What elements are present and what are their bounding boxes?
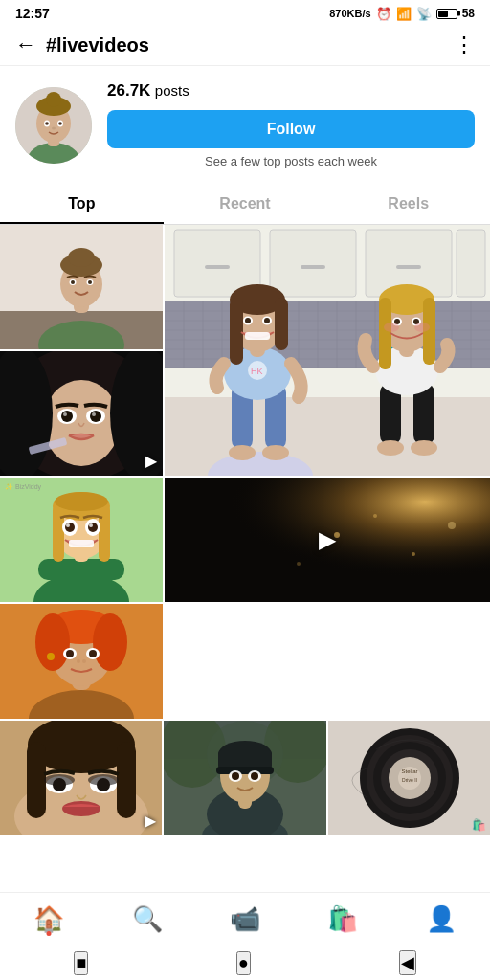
- svg-rect-103: [165, 397, 490, 476]
- svg-point-141: [373, 514, 377, 518]
- status-icons: 870KB/s ⏰ 📶 📡 58: [329, 7, 475, 21]
- posts-count: 26.7K posts: [107, 81, 475, 100]
- photo-grid: ▶: [0, 225, 490, 719]
- shop-icon: 🛍️: [327, 904, 358, 934]
- header: ← #livevideos ⋮: [0, 25, 490, 66]
- svg-text:HK: HK: [251, 367, 263, 376]
- svg-point-18: [68, 248, 95, 267]
- svg-point-62: [66, 650, 74, 657]
- reels-icon: 📹: [230, 904, 260, 934]
- svg-point-172: [232, 772, 239, 780]
- svg-point-108: [262, 445, 289, 460]
- tabs: Top Recent Reels: [0, 184, 490, 225]
- svg-rect-115: [230, 298, 243, 365]
- svg-point-64: [77, 659, 80, 663]
- svg-point-31: [90, 411, 101, 422]
- home-dot: [47, 931, 52, 936]
- grid-cell-3[interactable]: ✨ BizViddy: [0, 478, 163, 602]
- svg-rect-42: [99, 504, 110, 562]
- nav-reels[interactable]: 📹: [230, 904, 260, 934]
- svg-point-21: [71, 280, 75, 284]
- shop-small-icon: 🛍️: [472, 818, 486, 832]
- wifi-icon: 📡: [416, 7, 432, 21]
- svg-point-59: [93, 613, 127, 671]
- grid-cell-two-girls[interactable]: HK: [165, 225, 490, 476]
- svg-point-32: [63, 412, 67, 416]
- svg-text:✨ BizViddy: ✨ BizViddy: [5, 482, 42, 491]
- follow-button[interactable]: Follow: [107, 110, 475, 148]
- back-button[interactable]: ←: [15, 33, 36, 57]
- nav-shop[interactable]: 🛍️: [327, 904, 358, 934]
- bottom-cell-2[interactable]: [164, 721, 325, 835]
- avatar: [15, 87, 92, 164]
- recent-apps-button[interactable]: ■: [74, 951, 88, 975]
- svg-rect-75: [396, 265, 421, 269]
- svg-rect-37: [38, 559, 124, 580]
- bottom-cell-1[interactable]: ▶: [0, 721, 162, 835]
- svg-text:Drive II: Drive II: [402, 777, 417, 783]
- svg-point-137: [414, 323, 430, 332]
- grid-cell-1[interactable]: [0, 225, 163, 349]
- bottom-cell-3[interactable]: Stellar Drive II 🛍️: [328, 721, 490, 835]
- svg-point-157: [62, 801, 100, 816]
- back-gesture-button[interactable]: ◀: [399, 950, 416, 975]
- svg-point-66: [47, 653, 55, 660]
- tab-recent[interactable]: Recent: [164, 184, 327, 224]
- tab-reels[interactable]: Reels: [326, 184, 490, 224]
- battery-icon: [436, 9, 457, 19]
- svg-point-8: [45, 122, 49, 125]
- svg-point-155: [53, 778, 66, 791]
- grid-cell-2[interactable]: ▶: [0, 351, 163, 476]
- svg-rect-116: [275, 298, 288, 350]
- svg-rect-169: [216, 767, 274, 774]
- bottom-row: ▶: [0, 721, 490, 835]
- tab-top[interactable]: Top: [0, 184, 164, 224]
- svg-point-124: [377, 440, 404, 456]
- svg-rect-72: [457, 230, 485, 297]
- video-play-icon: ▶: [145, 452, 157, 470]
- svg-point-142: [412, 552, 415, 556]
- svg-point-25: [43, 380, 120, 466]
- signal-icon: 📶: [396, 7, 412, 21]
- home-icon: 🏠: [33, 904, 64, 934]
- svg-point-5: [46, 92, 61, 107]
- search-icon: 🔍: [132, 904, 163, 934]
- svg-rect-73: [205, 265, 230, 269]
- profile-info: 26.7K posts Follow See a few top posts e…: [107, 81, 475, 168]
- status-time: 12:57: [15, 6, 50, 21]
- nav-home[interactable]: 🏠: [33, 904, 64, 934]
- svg-point-119: [245, 318, 251, 323]
- svg-rect-121: [245, 332, 270, 340]
- svg-point-120: [264, 318, 270, 323]
- grid-cell-dark-scene[interactable]: ▶: [165, 478, 490, 602]
- svg-point-144: [448, 522, 456, 529]
- svg-point-156: [97, 778, 110, 791]
- status-bar: 12:57 870KB/s ⏰ 📶 📡 58: [0, 0, 490, 25]
- bottom-nav: 🏠 🔍 📹 🛍️ 👤: [0, 892, 490, 946]
- svg-rect-149: [27, 742, 46, 818]
- svg-point-9: [58, 122, 62, 125]
- svg-rect-41: [53, 504, 64, 562]
- grid-cell-4[interactable]: [0, 604, 163, 719]
- nav-search[interactable]: 🔍: [132, 904, 163, 934]
- svg-point-33: [92, 412, 96, 416]
- svg-point-47: [88, 523, 98, 532]
- alarm-icon: ⏰: [376, 7, 391, 21]
- battery-level: 58: [462, 7, 475, 20]
- profile-section: 26.7K posts Follow See a few top posts e…: [0, 66, 490, 176]
- svg-text:Stellar: Stellar: [401, 768, 417, 774]
- svg-point-136: [384, 323, 399, 332]
- svg-point-49: [89, 523, 93, 527]
- svg-rect-150: [117, 742, 136, 818]
- svg-point-58: [35, 613, 70, 671]
- speed-indicator: 870KB/s: [329, 8, 370, 19]
- svg-point-173: [251, 772, 258, 780]
- more-options-button[interactable]: ⋮: [454, 33, 475, 57]
- svg-rect-70: [270, 230, 356, 297]
- video-play-center-icon: ▶: [319, 526, 336, 553]
- svg-point-65: [82, 659, 86, 663]
- home-button[interactable]: ●: [236, 951, 251, 975]
- svg-point-107: [229, 445, 256, 460]
- svg-point-125: [411, 440, 437, 456]
- nav-profile[interactable]: 👤: [426, 904, 457, 934]
